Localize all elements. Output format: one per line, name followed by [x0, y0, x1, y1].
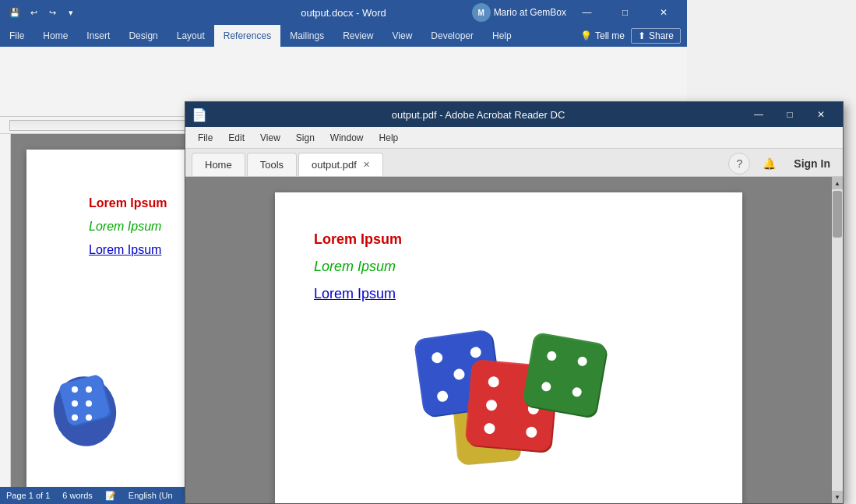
- acrobat-menu-view[interactable]: View: [254, 131, 287, 145]
- word-titlebar: 💾 ↩ ↪ ▾ output.docx - Word M Mario at Ge…: [0, 0, 687, 25]
- svg-point-8: [86, 414, 92, 421]
- acrobat-close-btn[interactable]: ✕: [805, 102, 837, 127]
- acrobat-tab-tools[interactable]: Tools: [247, 153, 297, 176]
- acrobat-title-right: — □ ✕: [743, 102, 837, 127]
- acrobat-icon: 📄: [192, 107, 207, 122]
- acrobat-menu-file[interactable]: File: [192, 131, 219, 145]
- share-icon: ⬆: [638, 30, 646, 41]
- user-name: Mario at GemBox: [494, 7, 566, 18]
- tab-mailings[interactable]: Mailings: [280, 25, 333, 47]
- tab-file[interactable]: File: [0, 25, 33, 47]
- word-close-btn[interactable]: ✕: [646, 0, 681, 25]
- proofing-icon: 📝: [105, 491, 116, 501]
- sign-in-btn[interactable]: Sign In: [787, 157, 837, 170]
- tab-help[interactable]: Help: [483, 25, 521, 47]
- svg-point-5: [72, 400, 78, 407]
- word-qat: 💾 ↩ ↪ ▾: [6, 4, 79, 21]
- tab-insert[interactable]: Insert: [77, 25, 119, 47]
- tab-design[interactable]: Design: [119, 25, 167, 47]
- acrobat-menu-sign[interactable]: Sign: [290, 131, 321, 145]
- acrobat-tabs: Home Tools output.pdf ✕ ? 🔔 Sign In: [185, 149, 843, 177]
- scroll-up-btn[interactable]: ▲: [832, 177, 843, 189]
- acrobat-window: 📄 output.pdf - Adobe Acrobat Reader DC —…: [185, 101, 844, 504]
- page-status: Page 1 of 1: [6, 491, 50, 500]
- acrobat-menu-edit[interactable]: Edit: [222, 131, 251, 145]
- acrobat-title-text: output.pdf - Adobe Acrobat Reader DC: [213, 109, 743, 121]
- svg-point-7: [72, 414, 78, 421]
- acrobat-tab-output[interactable]: output.pdf ✕: [298, 153, 383, 176]
- word-ribbon-tabs: File Home Insert Design Layout Reference…: [0, 25, 687, 47]
- word-title-text: output.docx - Word: [301, 7, 386, 19]
- tab-output-label: output.pdf: [312, 159, 357, 171]
- tab-developer[interactable]: Developer: [421, 25, 483, 47]
- tab-layout[interactable]: Layout: [167, 25, 214, 47]
- word-left-ruler: [0, 134, 11, 487]
- language-status: English (Un: [129, 491, 173, 500]
- pdf-text-lorem3: Lorem Ipsum: [314, 286, 703, 302]
- help-circle-btn[interactable]: ?: [728, 153, 750, 174]
- acrobat-menu-help[interactable]: Help: [373, 131, 405, 145]
- word-maximize-btn[interactable]: □: [608, 0, 643, 25]
- tab-references[interactable]: References: [214, 25, 280, 47]
- tab-home[interactable]: Home: [33, 25, 77, 47]
- acrobat-titlebar: 📄 output.pdf - Adobe Acrobat Reader DC —…: [185, 102, 843, 127]
- svg-rect-30: [522, 332, 608, 418]
- undo-qat-btn[interactable]: ↩: [25, 4, 42, 21]
- tab-view[interactable]: View: [383, 25, 422, 47]
- svg-point-3: [72, 386, 78, 393]
- save-qat-btn[interactable]: 💾: [6, 4, 23, 21]
- acrobat-menu-window[interactable]: Window: [324, 131, 370, 145]
- word-dice-image: [42, 318, 120, 477]
- tab-review[interactable]: Review: [333, 25, 382, 47]
- notification-btn[interactable]: 🔔: [756, 151, 781, 176]
- lightbulb-icon: 💡: [580, 30, 592, 41]
- acrobat-main[interactable]: Lorem Ipsum Lorem Ipsum Lorem Ipsum: [185, 177, 832, 503]
- avatar: M: [472, 3, 491, 22]
- acrobat-menubar: File Edit View Sign Window Help: [185, 127, 843, 149]
- acrobat-tab-home[interactable]: Home: [192, 153, 245, 176]
- acrobat-maximize-btn[interactable]: □: [774, 102, 805, 127]
- acrobat-page: Lorem Ipsum Lorem Ipsum Lorem Ipsum: [275, 192, 742, 503]
- pdf-text-lorem2: Lorem Ipsum: [314, 259, 703, 275]
- redo-qat-btn[interactable]: ↪: [44, 4, 61, 21]
- pdf-text-lorem1: Lorem Ipsum: [314, 231, 703, 248]
- scroll-thumb[interactable]: [833, 191, 842, 238]
- acrobat-tab-actions: ? 🔔 Sign In: [728, 151, 837, 176]
- acrobat-scrollbar: ▲ ▼: [832, 177, 843, 503]
- word-titlebar-right: M Mario at GemBox — □ ✕: [472, 0, 681, 25]
- share-btn[interactable]: ⬆ Share: [631, 28, 681, 44]
- tell-me-label: Tell me: [595, 30, 625, 41]
- svg-point-6: [86, 400, 92, 407]
- scroll-down-btn[interactable]: ▼: [832, 491, 843, 503]
- word-minimize-btn[interactable]: —: [569, 0, 604, 25]
- acrobat-content: Lorem Ipsum Lorem Ipsum Lorem Ipsum: [185, 177, 843, 503]
- dropdown-qat-btn[interactable]: ▾: [62, 4, 79, 21]
- pdf-dice-image: [314, 318, 703, 474]
- word-titlebar-left: 💾 ↩ ↪ ▾: [6, 4, 79, 21]
- tell-me-btn[interactable]: 💡 Tell me: [580, 30, 625, 41]
- words-status: 6 words: [62, 491, 93, 500]
- tab-close-icon[interactable]: ✕: [363, 160, 370, 170]
- share-label: Share: [649, 30, 674, 41]
- acrobat-minimize-btn[interactable]: —: [743, 102, 774, 127]
- user-area: M Mario at GemBox: [472, 3, 566, 22]
- svg-point-4: [86, 386, 92, 393]
